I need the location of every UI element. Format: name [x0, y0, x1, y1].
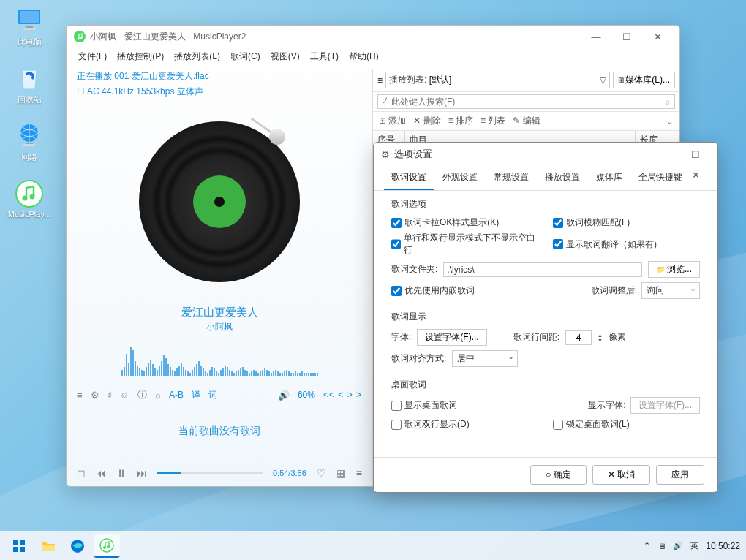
desktop-icon-recyclebin[interactable]: 回收站 [9, 64, 50, 105]
mask-icon[interactable]: ☺ [120, 390, 129, 401]
start-button[interactable] [6, 534, 32, 558]
gear-icon[interactable]: ⚙ [91, 390, 99, 401]
chk-embedded[interactable]: 优先使用内嵌歌词 [391, 284, 475, 297]
next-button[interactable]: ⏭ [137, 467, 147, 479]
stop-button[interactable]: ◻ [77, 467, 86, 479]
edge-button[interactable] [64, 534, 91, 558]
taskbar: ⌃ 🖥 🔊 英 10:50:22 [0, 531, 746, 560]
ab-repeat-button[interactable]: A-B [169, 390, 184, 400]
menu-view[interactable]: 视图(V) [266, 49, 304, 64]
browse-button[interactable]: 📁 浏览... [648, 261, 700, 278]
prev-button[interactable]: ⏮ [96, 467, 106, 479]
menu-playback[interactable]: 播放控制(P) [113, 49, 168, 64]
favorite-button[interactable]: ♡ [317, 467, 326, 479]
progress-bar[interactable] [157, 472, 263, 474]
apply-button[interactable]: 应用 [656, 465, 704, 485]
pause-button[interactable]: ⏸ [116, 467, 127, 479]
chk-twoline[interactable]: 歌词双行显示(D) [391, 418, 538, 431]
chk-noblank[interactable]: 单行和双行显示模式下不显示空白行 [391, 232, 538, 257]
svg-rect-17 [42, 545, 55, 551]
desktop-icon-network[interactable]: 网络 [9, 121, 50, 163]
adjust-combo[interactable]: 询问 [641, 282, 700, 299]
explorer-button[interactable] [35, 534, 61, 558]
search-icon[interactable]: ⌕ [665, 97, 670, 107]
player-toolbar: ≡ ⚙ ♯ ☺ ⓘ ⌕ A-B 译 词 🔊 60% << < > > [77, 385, 362, 404]
titlebar[interactable]: 小阿枫 - 爱江山更爱美人 - MusicPlayer2 — ☐ ✕ [67, 26, 679, 48]
skin-icon[interactable]: ♯ [108, 390, 112, 401]
medialib-button[interactable]: ⊞ 媒体库(L)... [613, 72, 675, 88]
playlist-button[interactable]: ≡ [356, 467, 362, 479]
desktop-icon-computer[interactable]: 此电脑 [9, 6, 50, 48]
svg-rect-1 [20, 11, 39, 23]
desktop-icon-label: 网络 [21, 152, 37, 163]
volume-icon[interactable]: 🔊 [278, 390, 290, 401]
lyric-btn[interactable]: 词 [208, 389, 217, 401]
chevron-down-icon[interactable]: ⌄ [666, 116, 674, 126]
playlist-search[interactable]: ⌕ [377, 94, 675, 109]
info-icon[interactable]: ⓘ [137, 388, 147, 401]
ime-indicator[interactable]: 英 [690, 540, 698, 551]
sort-button[interactable]: ≡ 排序 [448, 115, 473, 127]
seek-arrows[interactable]: << < > > [323, 390, 362, 400]
menu-lyrics[interactable]: 歌词(C) [226, 49, 265, 64]
tab-lyrics[interactable]: 歌词设置 [384, 166, 434, 190]
translate-button[interactable]: 译 [192, 389, 200, 401]
menu-file[interactable]: 文件(F) [74, 49, 111, 64]
align-combo[interactable]: 居中 [452, 350, 518, 367]
chk-fuzzy[interactable]: 歌词模糊匹配(F) [553, 216, 700, 229]
tab-medialib[interactable]: 媒体库 [589, 166, 630, 190]
chk-lock[interactable]: 锁定桌面歌词(L) [553, 418, 700, 431]
battery-icon[interactable]: 🖥 [658, 542, 666, 550]
equalizer-icon[interactable]: ≡ [77, 390, 83, 401]
musicplayer-taskbar[interactable] [94, 534, 120, 558]
cancel-button[interactable]: ✕ 取消 [592, 465, 650, 485]
ok-button[interactable]: 确定 [530, 465, 587, 485]
chk-karaoke[interactable]: 歌词卡拉OK样式显示(K) [391, 216, 538, 229]
spin-up[interactable]: ▲ [598, 333, 603, 338]
chk-desktop[interactable]: 显示桌面歌词 [391, 399, 457, 412]
chk-translation[interactable]: 显示歌词翻译（如果有) [553, 232, 700, 257]
desktop-icon-musicplayer[interactable]: MusicPlay... [9, 179, 50, 219]
maximize-button[interactable]: ☐ [681, 144, 710, 164]
list-button[interactable]: ≡ 列表 [481, 115, 505, 127]
search-icon[interactable]: ⌕ [155, 390, 161, 401]
settings-titlebar[interactable]: ⚙ 选项设置 — ☐ ✕ [374, 143, 717, 166]
delete-button[interactable]: ✕ 删除 [413, 115, 440, 127]
menu-playlist[interactable]: 播放列表(L) [170, 49, 225, 64]
tray-chevron-icon[interactable]: ⌃ [644, 541, 650, 550]
close-button[interactable]: ✕ [643, 26, 672, 47]
svg-rect-3 [23, 28, 36, 30]
tab-general[interactable]: 常规设置 [486, 166, 536, 190]
playlist-select[interactable]: 播放列表: [默认] ▽ [385, 72, 610, 88]
menubar: 文件(F) 播放控制(P) 播放列表(L) 歌词(C) 视图(V) 工具(T) … [67, 48, 679, 69]
font-button[interactable]: 设置字体(F)... [417, 329, 486, 346]
tab-hotkeys[interactable]: 全局快捷键 [631, 166, 690, 190]
add-button[interactable]: ⊞ 添加 [379, 115, 406, 127]
folder-field[interactable]: .\lyrics\ [443, 262, 642, 277]
tab-playback[interactable]: 播放设置 [538, 166, 587, 190]
svg-rect-13 [13, 540, 18, 545]
maximize-button[interactable]: ☐ [612, 26, 641, 47]
svg-point-11 [78, 38, 80, 40]
font2-button[interactable]: 设置字体(F)... [630, 397, 700, 414]
volume-percent[interactable]: 60% [298, 390, 315, 400]
spin-down[interactable]: ▼ [598, 338, 603, 343]
menu-tools[interactable]: 工具(T) [306, 49, 343, 64]
medialib-button[interactable]: ▦ [336, 467, 346, 479]
clock[interactable]: 10:50:22 [706, 541, 740, 551]
svg-rect-16 [20, 547, 25, 552]
spacing-input[interactable] [565, 330, 592, 345]
search-input[interactable] [383, 97, 665, 107]
minimize-button[interactable]: — [681, 124, 710, 144]
svg-point-20 [103, 546, 106, 549]
minimize-button[interactable]: — [581, 26, 611, 47]
group-lyric-display: 歌词显示 [391, 311, 700, 323]
volume-tray-icon[interactable]: 🔊 [673, 541, 683, 550]
menu-help[interactable]: 帮助(H) [344, 49, 383, 64]
svg-rect-2 [26, 26, 33, 28]
tab-appearance[interactable]: 外观设置 [435, 166, 485, 190]
edit-button[interactable]: ✎ 编辑 [513, 115, 540, 127]
gear-icon: ⚙ [381, 149, 390, 160]
spacing-label: 歌词行间距: [513, 331, 560, 344]
computer-icon [15, 6, 44, 35]
